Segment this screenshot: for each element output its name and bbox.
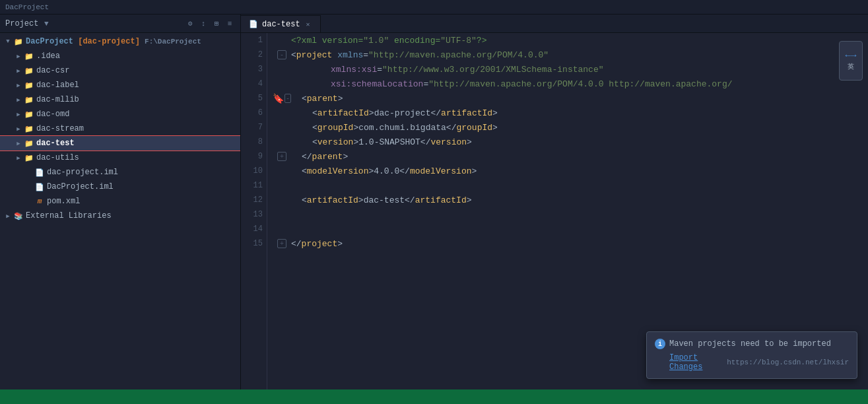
line-num-2: 2 [241, 48, 267, 62]
translate-widget[interactable]: ←→ 英 [839, 41, 863, 81]
tree-item-dac-project-iml[interactable]: ▶ 📄 dac-project.iml [0, 165, 240, 180]
line-num-5: 5 [241, 91, 267, 106]
tree-label-dac-test: dac-test [36, 139, 75, 148]
notification-header: i Maven projects need to be imported [655, 339, 849, 349]
tree-arrow-root: ▼ [3, 36, 13, 47]
code-text-10: <modelVersion>4.0.0</modelVersion> [291, 166, 477, 176]
line-num-13: 13 [241, 207, 267, 222]
tree-arrow-dac-label: ▶ [13, 80, 24, 90]
modified-marker-5: 🔖 [273, 93, 283, 104]
tree-label-DacProject-iml: DacProject.iml [47, 182, 114, 191]
editor-tabs: 📄 dac-test ✕ [241, 15, 868, 33]
fold-close-15[interactable]: + [277, 239, 286, 248]
tree-arrow-dac-utils: ▶ [13, 152, 24, 163]
code-text-4: xsi:schemaLocation="http://maven.apache.… [291, 79, 733, 89]
code-text-2: <project xmlns="http://maven.apache.org/… [291, 50, 549, 60]
tree-arrow-dac-stream: ▶ [13, 123, 24, 134]
code-line-10: <modelVersion>4.0.0</modelVersion> [273, 164, 863, 178]
code-text-9: </parent> [291, 152, 348, 162]
sidebar-header-icons: ⚙ ↕ ⊞ ≡ [185, 18, 235, 29]
code-line-3: xmlns:xsi="http://www.w3.org/2001/XMLSch… [273, 62, 863, 77]
tree-label-dac-utils: dac-utils [36, 153, 79, 162]
tree-icon-dac-label: 📁 [24, 80, 34, 90]
fold-open-5[interactable]: - [284, 94, 291, 103]
gutter-5[interactable]: 🔖 - [273, 93, 291, 104]
sidebar-settings-icon[interactable]: ⚙ [185, 18, 195, 29]
line-num-8: 8 [241, 135, 267, 149]
line-num-3: 3 [241, 62, 267, 77]
tree-label-external-libs: External Libraries [26, 211, 112, 220]
gutter-15[interactable]: + [273, 239, 291, 248]
line-num-12: 12 [241, 193, 267, 207]
tree-arrow-external-libs: ▶ [3, 211, 13, 221]
tree-icon-dac-csr: 📁 [24, 65, 34, 76]
tree-icon-idea: 📁 [24, 51, 34, 61]
code-line-9: + </parent> [273, 149, 863, 164]
notification-info-icon: i [655, 339, 665, 349]
import-changes-link[interactable]: Import Changes [669, 353, 721, 372]
sidebar-expand-icon[interactable]: ↕ [198, 18, 209, 29]
sidebar-dropdown-btn[interactable]: ▼ [41, 18, 51, 29]
code-line-12: <artifactId>dac-test</artifactId> [273, 193, 863, 207]
tree-item-dac-mllib[interactable]: ▶ 📁 dac-mllib [0, 92, 240, 107]
notification-title: Maven projects need to be imported [669, 339, 831, 349]
sidebar-menu-icon[interactable]: ≡ [224, 18, 235, 29]
tree-icon-dac-utils: 📁 [24, 152, 34, 163]
tree-arrow-dac-csr: ▶ [13, 65, 24, 76]
tree-label-dac-project-iml: dac-project.iml [47, 168, 118, 177]
title-bar-text: DacProject [5, 3, 49, 11]
sidebar-project-label: Project [5, 19, 38, 28]
code-text-6: <artifactId>dac-project</artifactId> [291, 108, 498, 118]
code-text-8: <version>1.0-SNAPSHOT</version> [291, 137, 472, 147]
sidebar-grid-icon[interactable]: ⊞ [211, 18, 222, 29]
tab-dac-test[interactable]: 📄 dac-test ✕ [241, 15, 321, 32]
tree-item-dac-csr[interactable]: ▶ 📁 dac-csr [0, 63, 240, 78]
tree-arrow-dac-test: ▶ [13, 138, 24, 149]
tree-item-dac-omd[interactable]: ▶ 📁 dac-omd [0, 107, 240, 121]
tree-icon-dac-test: 📁 [24, 138, 34, 149]
title-bar: DacProject [0, 0, 868, 15]
tree-icon-dac-project-iml: 📄 [34, 167, 45, 178]
code-line-5: 🔖 - <parent> [273, 91, 863, 106]
code-line-14 [273, 222, 863, 236]
tree-icon-dac-mllib: 📁 [24, 94, 34, 105]
line-num-9: 9 [241, 149, 267, 164]
tab-label: dac-test [262, 20, 300, 29]
notification-popup: i Maven projects need to be imported Imp… [646, 331, 857, 379]
code-text-5: <parent> [291, 94, 343, 104]
tree-icon-pom-xml: m [34, 196, 45, 207]
line-num-1: 1 [241, 33, 267, 48]
tree-label-root: DacProject [dac-project] F:\DacProject [26, 37, 201, 46]
tree-item-pom-xml[interactable]: ▶ m pom.xml [0, 194, 240, 209]
code-text-7: <groupId>com.chumi.bigdata</groupId> [291, 123, 498, 133]
tree-item-external-libs[interactable]: ▶ 📚 External Libraries [0, 209, 240, 223]
gutter-2[interactable]: - [273, 50, 291, 59]
tree-label-dac-stream: dac-stream [36, 124, 84, 133]
sidebar-header-left: Project ▼ [5, 18, 51, 29]
tree-arrow-idea: ▶ [13, 51, 24, 61]
code-line-13 [273, 207, 863, 222]
tree-item-idea[interactable]: ▶ 📁 .idea [0, 49, 240, 63]
tree-arrow-dac-omd: ▶ [13, 109, 24, 119]
tree-item-DacProject-iml[interactable]: ▶ 📄 DacProject.iml [0, 180, 240, 194]
notification-extra-url: https://blog.csdn.net/lhxsir [727, 358, 849, 366]
tree-icon-dac-stream: 📁 [24, 123, 34, 134]
code-line-15: + </project> [273, 236, 863, 251]
tree-label-pom-xml: pom.xml [47, 197, 80, 206]
tree-label-dac-mllib: dac-mllib [36, 95, 79, 104]
tree-icon-DacProject-iml: 📄 [34, 182, 45, 192]
tree-item-dac-test[interactable]: ▶ 📁 dac-test [0, 136, 240, 151]
fold-close-9[interactable]: + [277, 152, 286, 161]
tab-close-btn[interactable]: ✕ [304, 20, 312, 28]
sidebar-header: Project ▼ ⚙ ↕ ⊞ ≡ [0, 15, 240, 33]
tree-item-dac-stream[interactable]: ▶ 📁 dac-stream [0, 121, 240, 136]
line-num-14: 14 [241, 222, 267, 236]
fold-open-2[interactable]: - [277, 50, 286, 59]
tree-item-dac-utils[interactable]: ▶ 📁 dac-utils [0, 151, 240, 165]
tree-item-root[interactable]: ▼ 📁 DacProject [dac-project] F:\DacProje… [0, 34, 240, 49]
gutter-9[interactable]: + [273, 152, 291, 161]
code-text-3: xmlns:xsi="http://www.w3.org/2001/XMLSch… [291, 65, 604, 75]
line-num-10: 10 [241, 164, 267, 178]
line-num-15: 15 [241, 236, 267, 251]
tree-item-dac-label[interactable]: ▶ 📁 dac-label [0, 78, 240, 92]
